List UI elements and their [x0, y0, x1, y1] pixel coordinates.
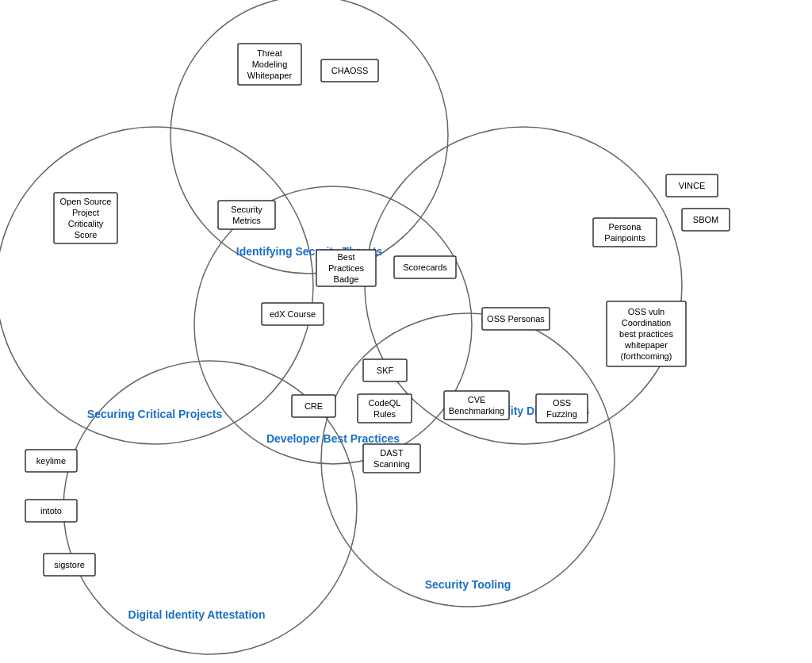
- item-scorecards[interactable]: Scorecards: [394, 256, 456, 278]
- item-sbom[interactable]: SBOM: [682, 209, 730, 231]
- item-label-persona-painpoints: Painpoints: [604, 233, 645, 243]
- item-label-sbom: SBOM: [693, 215, 718, 224]
- item-best-practices-badge[interactable]: BestPracticesBadge: [316, 250, 376, 286]
- item-label-cre: CRE: [304, 401, 323, 411]
- item-skf[interactable]: SKF: [363, 359, 407, 381]
- item-label-sigstore: sigstore: [54, 560, 85, 569]
- item-label-intoto: intoto: [40, 506, 62, 515]
- item-label-codeql-rules: CodeQL: [369, 398, 401, 408]
- item-cre[interactable]: CRE: [292, 395, 335, 417]
- item-label-dast-scanning: DAST: [380, 448, 404, 458]
- item-label-skf: SKF: [377, 366, 394, 375]
- item-oss-vuln-coord[interactable]: OSS vulnCoordinationbest practiceswhitep…: [607, 301, 686, 366]
- item-label-security-metrics: Metrics: [232, 216, 261, 225]
- item-label-dast-scanning: Scanning: [373, 459, 410, 469]
- item-oss-personas[interactable]: OSS Personas: [482, 308, 550, 330]
- circle-securing-critical-projects: [0, 127, 313, 444]
- item-label-open-source-criticality: Project: [72, 208, 99, 217]
- item-sigstore[interactable]: sigstore: [44, 554, 95, 576]
- item-label-oss-vuln-coord: Coordination: [622, 318, 671, 328]
- item-security-metrics[interactable]: SecurityMetrics: [218, 201, 275, 229]
- item-intoto[interactable]: intoto: [25, 500, 77, 522]
- item-label-scorecards: Scorecards: [403, 263, 447, 272]
- item-label-edx-course: edX Course: [270, 309, 316, 319]
- item-codeql-rules[interactable]: CodeQLRules: [358, 394, 412, 423]
- item-vince[interactable]: VINCE: [666, 174, 718, 197]
- item-label-chaoss: CHAOSS: [331, 66, 368, 75]
- item-persona-painpoints[interactable]: PersonaPainpoints: [593, 218, 657, 247]
- item-label-persona-painpoints: Persona: [609, 222, 642, 232]
- item-label-best-practices-badge: Best: [337, 252, 354, 262]
- item-label-threat-modeling: Modeling: [252, 59, 288, 69]
- item-chaoss[interactable]: CHAOSS: [321, 59, 378, 82]
- item-label-best-practices-badge: Practices: [328, 263, 365, 273]
- item-label-oss-fuzzing: OSS: [553, 398, 571, 408]
- item-label-security-metrics: Security: [231, 205, 262, 214]
- item-label-open-source-criticality: Score: [75, 230, 98, 240]
- label-developer-best-practices: Developer Best Practices: [266, 432, 400, 445]
- item-label-oss-personas: OSS Personas: [487, 314, 545, 324]
- item-label-codeql-rules: Rules: [373, 409, 396, 419]
- item-threat-modeling[interactable]: ThreatModelingWhitepaper: [238, 44, 301, 85]
- item-label-open-source-criticality: Criticality: [68, 219, 104, 228]
- label-securing-critical-projects: Securing Critical Projects: [87, 408, 223, 420]
- item-label-vince: VINCE: [679, 181, 706, 190]
- item-dast-scanning[interactable]: DASTScanning: [363, 444, 420, 473]
- item-label-open-source-criticality: Open Source: [60, 197, 112, 206]
- item-edx-course[interactable]: edX Course: [262, 303, 324, 325]
- item-label-threat-modeling: Whitepaper: [247, 71, 293, 80]
- item-label-oss-vuln-coord: best practices: [619, 329, 673, 339]
- item-open-source-criticality[interactable]: Open SourceProjectCriticalityScore: [54, 193, 117, 243]
- label-security-tooling: Security Tooling: [425, 578, 511, 591]
- item-label-oss-vuln-coord: OSS vuln: [628, 307, 665, 316]
- item-keylime[interactable]: keylime: [25, 450, 77, 472]
- item-label-keylime: keylime: [36, 456, 66, 466]
- circle-identifying-security-threats: [170, 0, 448, 274]
- item-label-oss-vuln-coord: (forthcoming): [621, 351, 672, 361]
- circle-vulnerability-disclosures: [365, 127, 682, 444]
- item-oss-fuzzing[interactable]: OSSFuzzing: [536, 394, 588, 423]
- item-label-best-practices-badge: Badge: [334, 274, 359, 284]
- item-cve-benchmarking[interactable]: CVEBenchmarking: [444, 391, 509, 420]
- item-label-cve-benchmarking: Benchmarking: [449, 406, 504, 416]
- item-label-cve-benchmarking: CVE: [468, 395, 486, 404]
- label-digital-identity-attestation: Digital Identity Attestation: [128, 608, 266, 621]
- item-label-oss-vuln-coord: whitepaper: [624, 340, 668, 350]
- item-label-threat-modeling: Threat: [257, 48, 282, 58]
- item-label-oss-fuzzing: Fuzzing: [546, 409, 577, 419]
- diagram-container: Identifying Security ThreatsSecuring Cri…: [0, 0, 812, 663]
